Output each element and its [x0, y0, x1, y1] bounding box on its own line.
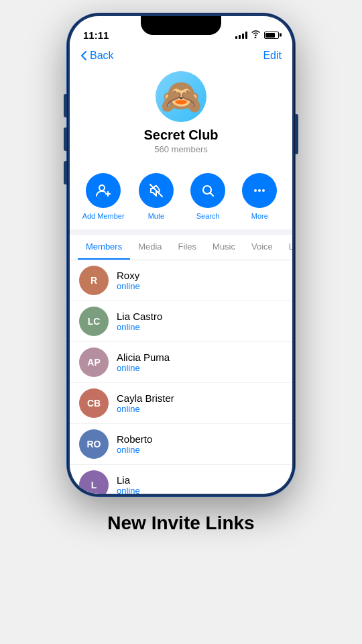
member-row[interactable]: RORobertoonline — [70, 424, 292, 465]
tabs-container: Members Media Files Music Voice Lin... — [70, 235, 292, 260]
member-info: Robertoonline — [117, 433, 152, 455]
member-avatar: AP — [79, 347, 109, 377]
add-member-icon — [86, 173, 121, 208]
member-status: online — [117, 322, 162, 332]
notch — [141, 16, 221, 35]
group-avatar-emoji: 🙈 — [160, 77, 202, 116]
add-member-label: Add Member — [82, 212, 125, 220]
group-name: Secret Club — [143, 127, 218, 143]
member-row[interactable]: APAlicia Pumaonline — [70, 342, 292, 383]
svg-point-3 — [254, 189, 257, 192]
back-button[interactable]: Back — [80, 50, 114, 62]
member-name: Lia — [117, 474, 140, 486]
member-status: online — [117, 404, 174, 414]
svg-point-4 — [258, 189, 261, 192]
search-button[interactable]: Search — [188, 173, 228, 220]
svg-point-5 — [262, 189, 265, 192]
member-info: Cayla Bristeronline — [117, 392, 174, 414]
member-avatar: LC — [79, 307, 109, 336]
mute-icon — [139, 173, 174, 208]
member-row[interactable]: LCLia Castroonline — [70, 301, 292, 342]
mute-button[interactable]: Mute — [136, 173, 176, 220]
tab-links[interactable]: Lin... — [281, 235, 292, 260]
member-row[interactable]: CBCayla Bristeronline — [70, 383, 292, 424]
svg-point-1 — [99, 185, 105, 191]
member-info: Liaonline — [117, 474, 140, 494]
add-member-button[interactable]: Add Member — [82, 173, 125, 220]
mute-label: Mute — [148, 212, 164, 220]
member-avatar: R — [79, 266, 109, 295]
member-info: Alicia Pumaonline — [117, 352, 170, 373]
more-icon — [242, 173, 277, 208]
member-row[interactable]: LLiaonline — [70, 465, 292, 494]
page-wrapper: 11:11 — [0, 0, 362, 644]
tabs: Members Media Files Music Voice Lin... — [70, 235, 292, 260]
members-list: RRoxyonlineLCLia CastroonlineAPAlicia Pu… — [70, 260, 292, 494]
member-info: Roxyonline — [117, 270, 140, 291]
phone-frame: 11:11 — [67, 13, 295, 496]
group-avatar: 🙈 — [156, 71, 206, 122]
member-name: Roxy — [117, 270, 140, 281]
battery-icon — [264, 32, 279, 39]
more-button[interactable]: More — [239, 173, 280, 220]
more-label: More — [251, 212, 268, 220]
status-bar: 11:11 — [70, 16, 292, 46]
svg-point-0 — [255, 37, 257, 38]
signal-bars-icon — [235, 31, 247, 39]
group-info: 🙈 Secret Club 560 members — [70, 66, 292, 164]
member-name: Roberto — [117, 433, 152, 445]
search-label: Search — [196, 212, 220, 220]
tab-members[interactable]: Members — [78, 235, 130, 260]
status-icons — [235, 30, 279, 40]
search-icon — [190, 173, 225, 208]
member-avatar: RO — [79, 429, 109, 459]
member-avatar: L — [79, 470, 109, 494]
wifi-icon — [251, 30, 261, 40]
member-name: Lia Castro — [117, 311, 162, 322]
back-label: Back — [90, 50, 114, 62]
tab-voice[interactable]: Voice — [243, 235, 281, 260]
member-status: online — [117, 363, 170, 373]
member-status: online — [117, 445, 152, 455]
member-avatar: CB — [79, 388, 109, 418]
member-status: online — [117, 281, 140, 291]
member-name: Alicia Puma — [117, 352, 170, 363]
member-row[interactable]: RRoxyonline — [70, 260, 292, 301]
tab-music[interactable]: Music — [204, 235, 243, 260]
tab-media[interactable]: Media — [130, 235, 170, 260]
page-headline: New Invite Links — [94, 513, 267, 534]
action-buttons: Add Member Mute — [70, 164, 292, 229]
status-time: 11:11 — [83, 30, 109, 41]
tab-files[interactable]: Files — [170, 235, 204, 260]
member-info: Lia Castroonline — [117, 311, 162, 332]
group-members-count: 560 members — [154, 144, 207, 154]
section-separator — [70, 229, 292, 235]
member-status: online — [117, 486, 140, 494]
nav-bar: Back Edit — [70, 46, 292, 66]
member-name: Cayla Brister — [117, 392, 174, 404]
edit-button[interactable]: Edit — [263, 50, 282, 62]
phone-screen: 11:11 — [70, 16, 292, 494]
